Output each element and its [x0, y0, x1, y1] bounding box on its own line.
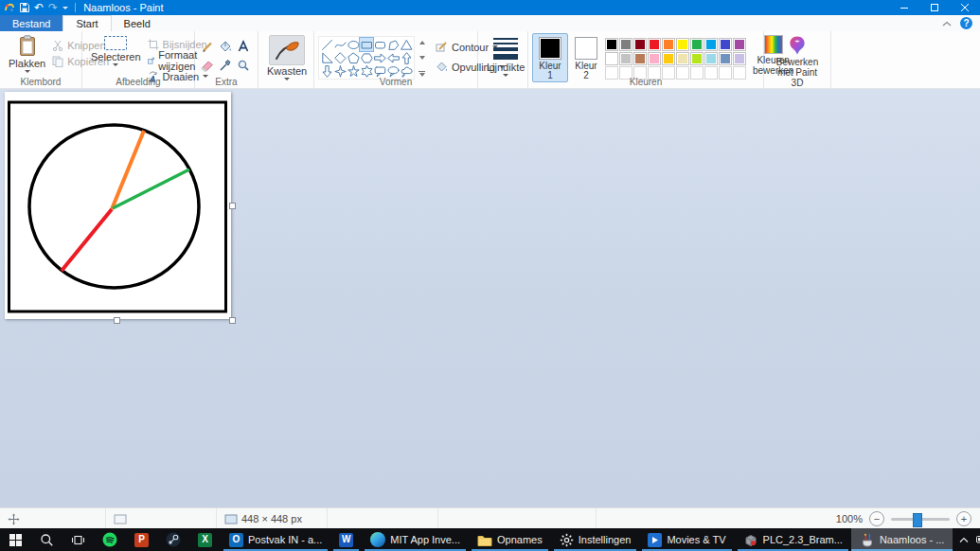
- palette-color[interactable]: [662, 38, 675, 51]
- search-icon: [40, 533, 54, 547]
- palette-color[interactable]: [733, 38, 746, 51]
- shape-polygon[interactable]: [386, 38, 400, 51]
- redo-icon[interactable]: ↷: [48, 1, 58, 14]
- select-button[interactable]: Selecteren: [86, 33, 146, 68]
- taskbar-label: MIT App Inve...: [390, 534, 460, 545]
- color-picker-tool[interactable]: [217, 56, 234, 74]
- palette-color[interactable]: [690, 38, 704, 51]
- zoom-slider-thumb[interactable]: [913, 513, 922, 527]
- cursor-position-icon: [8, 513, 20, 525]
- palette-color[interactable]: [676, 52, 689, 65]
- tab-start[interactable]: Start: [62, 15, 111, 31]
- shapes-scroll-down-icon[interactable]: [418, 54, 426, 62]
- paste-button[interactable]: Plakken: [4, 33, 50, 75]
- shape-arrow-down[interactable]: [320, 64, 333, 78]
- taskbar-search[interactable]: [31, 528, 62, 551]
- shape-pentagon[interactable]: [347, 51, 360, 64]
- taskbar-settings[interactable]: Instellingen: [551, 528, 640, 551]
- taskbar-opnames[interactable]: Opnames: [469, 528, 551, 551]
- taskbar-spotify[interactable]: [94, 528, 126, 551]
- palette-color[interactable]: [648, 52, 661, 65]
- shape-rectangle[interactable]: [360, 38, 373, 51]
- taskbar-paint[interactable]: Naamloos - ...: [851, 528, 953, 551]
- palette-color[interactable]: [619, 38, 633, 51]
- palette-color[interactable]: [719, 38, 732, 51]
- palette-color[interactable]: [648, 38, 661, 51]
- shape-ellipse[interactable]: [347, 38, 360, 51]
- maximize-button[interactable]: [919, 0, 950, 15]
- taskbar-movies[interactable]: Movies & TV: [639, 528, 734, 551]
- palette-color[interactable]: [676, 38, 689, 51]
- shape-star-4[interactable]: [333, 64, 347, 78]
- shape-right-triangle[interactable]: [320, 51, 333, 64]
- pencil-tool[interactable]: [199, 37, 216, 55]
- eraser-tool[interactable]: [199, 56, 216, 74]
- shape-rounded-rectangle[interactable]: [373, 38, 386, 51]
- palette-color[interactable]: [704, 52, 718, 65]
- shape-hexagon[interactable]: [360, 51, 373, 64]
- zoom-out-button[interactable]: −: [869, 511, 884, 526]
- shape-line[interactable]: [320, 38, 333, 51]
- taskbar-word[interactable]: W: [330, 528, 362, 551]
- color2-button[interactable]: Kleur2: [568, 33, 604, 82]
- shapes-scrollbar: [418, 36, 426, 80]
- shape-callout-rounded[interactable]: [373, 64, 386, 78]
- palette-color[interactable]: [605, 52, 618, 65]
- taskbar-edge[interactable]: MIT App Inve...: [362, 528, 469, 551]
- magnifier-tool[interactable]: [235, 56, 252, 74]
- battery-icon[interactable]: [976, 534, 980, 545]
- task-view-icon: [71, 534, 85, 546]
- minimize-button[interactable]: [889, 0, 919, 15]
- palette-color[interactable]: [719, 52, 732, 65]
- taskbar-start[interactable]: [0, 528, 31, 551]
- window-controls: [889, 0, 980, 15]
- text-tool[interactable]: [235, 37, 252, 55]
- undo-icon[interactable]: ↶: [34, 1, 44, 14]
- collapse-ribbon-icon[interactable]: [942, 18, 952, 29]
- shapes-scroll-up-icon[interactable]: [418, 38, 426, 46]
- shape-arrow-up[interactable]: [400, 51, 413, 64]
- shape-star-6[interactable]: [360, 64, 373, 78]
- taskbar-powerpoint[interactable]: P: [126, 528, 157, 551]
- zoom-slider[interactable]: [891, 518, 950, 521]
- palette-color[interactable]: [605, 38, 618, 51]
- palette-color[interactable]: [633, 52, 647, 65]
- palette-color[interactable]: [690, 52, 704, 65]
- zoom-in-button[interactable]: +: [956, 511, 971, 526]
- taskbar-task-view[interactable]: [62, 528, 94, 551]
- canvas-resize-handle-right[interactable]: [229, 203, 236, 209]
- shape-curve[interactable]: [333, 38, 347, 51]
- help-icon[interactable]: ?: [960, 17, 972, 29]
- taskbar-outlook[interactable]: OPostvak IN - a...: [221, 528, 330, 551]
- tab-beeld[interactable]: Beeld: [112, 15, 163, 31]
- taskbar-plc[interactable]: PLC_2.3_Bram...: [735, 528, 851, 551]
- palette-color[interactable]: [704, 38, 718, 51]
- save-icon[interactable]: [20, 1, 29, 14]
- line-width-button[interactable]: Lijndikte: [482, 33, 529, 79]
- palette-color[interactable]: [633, 38, 647, 51]
- color1-button[interactable]: Kleur1: [532, 33, 568, 82]
- canvas-resize-handle-corner[interactable]: [229, 317, 236, 324]
- taskbar-steam[interactable]: [157, 528, 189, 551]
- palette-color[interactable]: [619, 52, 633, 65]
- shape-arrow-left[interactable]: [386, 51, 400, 64]
- taskbar-excel[interactable]: X: [189, 528, 221, 551]
- canvas-resize-handle-bottom[interactable]: [114, 317, 120, 324]
- fill-tool[interactable]: [217, 37, 234, 55]
- drawing-canvas[interactable]: [5, 92, 231, 319]
- close-button[interactable]: [950, 0, 980, 15]
- palette-color[interactable]: [733, 52, 746, 65]
- zoom-controls: 100% − +: [836, 511, 980, 526]
- palette-color[interactable]: [662, 52, 675, 65]
- shape-star-5[interactable]: [347, 64, 360, 78]
- paint3d-button[interactable]: Bewerkenmet Paint 3D: [768, 33, 827, 90]
- shape-arrow-right[interactable]: [373, 51, 386, 64]
- brushes-button[interactable]: Kwasten: [262, 33, 312, 82]
- tray-chevron-icon[interactable]: [959, 534, 969, 545]
- qat-dropdown-icon[interactable]: [62, 1, 68, 14]
- tab-bestand[interactable]: Bestand: [0, 15, 62, 31]
- shape-callout-oval[interactable]: [386, 64, 400, 78]
- shape-callout-cloud[interactable]: [400, 64, 413, 78]
- shape-triangle[interactable]: [400, 38, 413, 51]
- shape-diamond[interactable]: [333, 51, 347, 64]
